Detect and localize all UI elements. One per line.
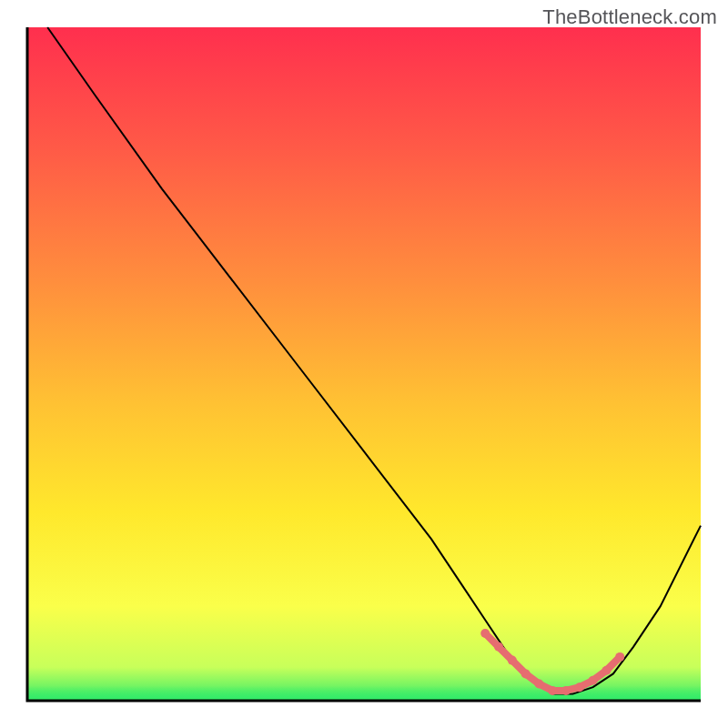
plot-background — [27, 27, 701, 701]
green-band — [27, 686, 701, 701]
valley-marker — [534, 680, 543, 689]
valley-marker — [548, 686, 557, 695]
valley-marker — [521, 669, 531, 678]
valley-marker — [575, 682, 584, 692]
bottleneck-plot — [0, 0, 728, 728]
watermark-label: TheBottleneck.com — [542, 5, 717, 29]
valley-marker — [561, 686, 571, 695]
chart-canvas: TheBottleneck.com — [0, 0, 728, 728]
valley-marker — [480, 629, 490, 638]
valley-marker — [494, 642, 503, 652]
valley-marker — [602, 666, 611, 675]
valley-marker — [589, 676, 598, 685]
valley-marker — [615, 652, 624, 662]
valley-marker — [508, 656, 517, 665]
